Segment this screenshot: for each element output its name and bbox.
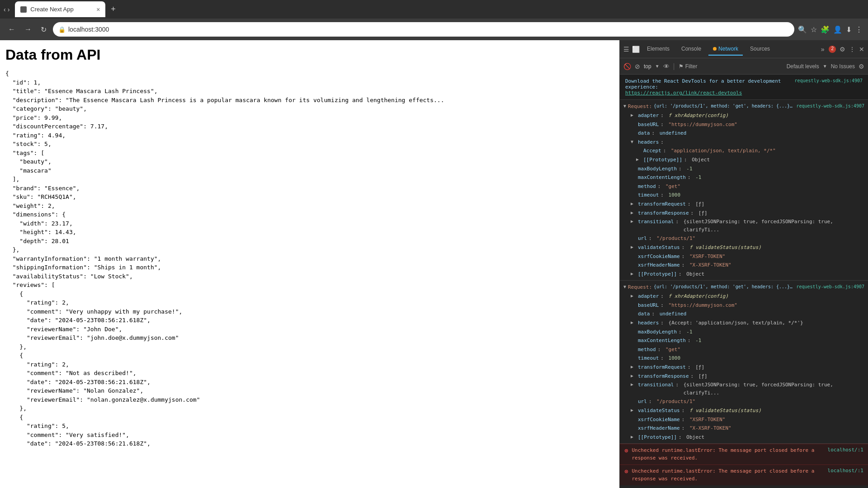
devtools-settings-icon[interactable]: ⚙: [840, 46, 845, 53]
r1-timeout[interactable]: timeout : 1000: [620, 191, 868, 200]
r1-prototype[interactable]: [[Prototype]] : Object: [620, 155, 868, 164]
r2-transformresponse[interactable]: transformResponse : [ƒ]: [620, 372, 868, 381]
json-line: "date": "2024-05-23T08:56:21.618Z",: [5, 439, 614, 448]
r1-transformresponse[interactable]: transformResponse : [ƒ]: [620, 209, 868, 218]
r1-data[interactable]: data : undefined: [620, 129, 868, 138]
r2-xsrfcookiename[interactable]: xsrfCookieName : "XSRF-TOKEN": [620, 415, 868, 424]
error-2-link[interactable]: localhost/:1: [828, 468, 863, 474]
json-line: "price": 9.99,: [5, 113, 614, 122]
request-2-file-link[interactable]: requestly-web-sdk.js:4907: [796, 284, 864, 289]
react-devtools-notice: requestly-web-sdk.js:4907 Download the R…: [620, 75, 868, 100]
r2-url[interactable]: url : "/products/1": [620, 397, 868, 406]
r2-transformrequest-arrow: [631, 363, 636, 371]
r1-accept[interactable]: Accept : "application/json, text/plain, …: [620, 146, 868, 155]
filter-button[interactable]: ⚑ Filter: [679, 63, 698, 70]
r1-validatestatus[interactable]: validateStatus : f validateStatus(status…: [620, 243, 868, 252]
request-2-header: ▼ Request: {url: '/products/1', method: …: [620, 282, 868, 292]
json-line: "shippingInformation": "Ships in 1 month…: [5, 263, 614, 272]
browser-tab[interactable]: Create Next App ×: [15, 1, 105, 17]
r2-transformrequest[interactable]: transformRequest : [ƒ]: [620, 363, 868, 372]
download-icon[interactable]: ⬇: [846, 25, 852, 34]
r2-maxbodylength[interactable]: maxBodyLength : -1: [620, 328, 868, 337]
json-output: { "id": 1, "title": "Essence Mascara Las…: [5, 69, 614, 448]
r2-proto[interactable]: [[Prototype]] : Object: [620, 433, 868, 442]
browser-chrome: ‹ › Create Next App × + ← → ↻ 🔒 localhos…: [0, 0, 868, 40]
json-line: "tags": [: [5, 149, 614, 158]
clear-icon[interactable]: 🚫: [623, 63, 631, 70]
tab-sources[interactable]: Sources: [745, 43, 774, 56]
r2-timeout[interactable]: timeout : 1000: [620, 354, 868, 363]
tab-console[interactable]: Console: [677, 43, 706, 56]
default-levels-dropdown[interactable]: Default levels: [787, 63, 819, 70]
r1-proto2-arrow: [631, 270, 636, 277]
back-button[interactable]: ←: [5, 23, 18, 35]
r1-baseurl[interactable]: baseURL : "https://dummyjson.com": [620, 120, 868, 129]
top-select[interactable]: top: [644, 63, 651, 70]
r1-transitional[interactable]: transitional : {silentJSONParsing: true,…: [620, 217, 868, 234]
url-bar[interactable]: 🔒 localhost:3000: [53, 22, 794, 37]
react-notice-file-link[interactable]: requestly-web-sdk.js:4907: [794, 78, 863, 83]
request-1-arrow[interactable]: ▼: [623, 103, 626, 108]
json-line: "description": "The Essence Mascara Lash…: [5, 96, 614, 105]
top-dropdown-icon[interactable]: ▼: [655, 64, 660, 69]
search-icon[interactable]: 🔍: [798, 25, 807, 34]
filter-toggle-icon[interactable]: ⊘: [635, 63, 640, 70]
r2-headers[interactable]: headers : {Accept: 'application/json, te…: [620, 319, 868, 328]
r2-transitional-arrow: [631, 381, 636, 388]
react-devtools-link[interactable]: https://reactjs.org/link/react-devtools: [625, 90, 742, 96]
error-1-link[interactable]: localhost/:1: [828, 447, 863, 453]
request-2-arrow[interactable]: ▼: [623, 284, 626, 289]
r2-validatestatus[interactable]: validateStatus : f validateStatus(status…: [620, 406, 868, 415]
request-1-file-link[interactable]: requestly-web-sdk.js:4907: [796, 103, 864, 108]
tab-elements[interactable]: Elements: [642, 43, 674, 56]
devtools-more-tabs-icon[interactable]: »: [821, 46, 825, 53]
r2-data[interactable]: data : undefined: [620, 310, 868, 319]
r1-adapter[interactable]: adapter : f xhrAdapter(config): [620, 111, 868, 120]
devtools-toolbar: ☰ ⬜ Elements Console Network Sources » 2…: [620, 40, 868, 58]
r2-xsrfheadername[interactable]: xsrfHeaderName : "X-XSRF-TOKEN": [620, 424, 868, 433]
close-tab-icon[interactable]: ×: [96, 6, 100, 13]
filter-icon: ⚑: [679, 63, 684, 70]
tab-forward-icon[interactable]: ›: [8, 6, 10, 13]
menu-icon[interactable]: ⋮: [855, 25, 863, 34]
r1-method[interactable]: method : "get": [620, 182, 868, 191]
r2-method[interactable]: method : "get": [620, 345, 868, 354]
request-1-header: ▼ Request: {url: '/products/1', method: …: [620, 102, 868, 111]
devtools-inspect-icon[interactable]: ⬜: [632, 46, 640, 53]
eye-icon[interactable]: 👁: [663, 63, 670, 70]
levels-arrow-icon[interactable]: ▼: [823, 64, 827, 69]
r1-maxcontentlength[interactable]: maxContentLength : -1: [620, 173, 868, 182]
r1-transformrequest[interactable]: transformRequest : [ƒ]: [620, 200, 868, 209]
json-line: "date": "2024-05-23T08:56:21.618Z",: [5, 378, 614, 387]
devtools-action-buttons: 2 ⚙ ⋮ ✕: [829, 46, 864, 53]
tab-back-icon[interactable]: ‹: [4, 6, 6, 13]
devtools-options-icon[interactable]: ⋮: [849, 46, 855, 53]
json-line: "reviewerEmail": "nolan.gonzalez@x.dummy…: [5, 395, 614, 404]
json-line: "discountPercentage": 7.17,: [5, 122, 614, 131]
r1-validatestatus-arrow: [631, 244, 636, 251]
extensions-icon[interactable]: 🧩: [821, 25, 830, 34]
devtools-dock-icon[interactable]: ☰: [623, 46, 629, 53]
r1-transformrequest-arrow: [631, 200, 636, 207]
settings-small-icon[interactable]: ⚙: [859, 63, 864, 70]
tab-network[interactable]: Network: [708, 43, 743, 56]
r1-maxbodylength[interactable]: maxBodyLength : -1: [620, 164, 868, 174]
bookmark-icon[interactable]: ☆: [811, 25, 817, 34]
forward-button[interactable]: →: [22, 23, 34, 35]
r2-maxcontentlength[interactable]: maxContentLength : -1: [620, 336, 868, 345]
r1-xsrfcookiename[interactable]: xsrfCookieName : "XSRF-TOKEN": [620, 252, 868, 261]
r2-baseurl[interactable]: baseURL : "https://dummyjson.com": [620, 301, 868, 310]
devtools-close-icon[interactable]: ✕: [859, 46, 864, 53]
r2-transitional[interactable]: transitional : {silentJSONParsing: true,…: [620, 380, 868, 397]
profile-icon[interactable]: 👤: [833, 25, 842, 34]
reload-button[interactable]: ↻: [38, 23, 49, 36]
new-tab-button[interactable]: +: [107, 3, 119, 16]
r1-url[interactable]: url : "/products/1": [620, 234, 868, 243]
r1-xsrfheadername[interactable]: xsrfHeaderName : "X-XSRF-TOKEN": [620, 261, 868, 270]
r1-proto2[interactable]: [[Prototype]] : Object: [620, 270, 868, 279]
r2-adapter[interactable]: adapter : f xhrAdapter(config): [620, 292, 868, 301]
r1-headers[interactable]: headers :: [620, 138, 868, 147]
json-line: "availabilityStatus": "Low Stock",: [5, 272, 614, 281]
error-2-icon: ⊗: [624, 468, 628, 475]
json-line: },: [5, 404, 614, 413]
